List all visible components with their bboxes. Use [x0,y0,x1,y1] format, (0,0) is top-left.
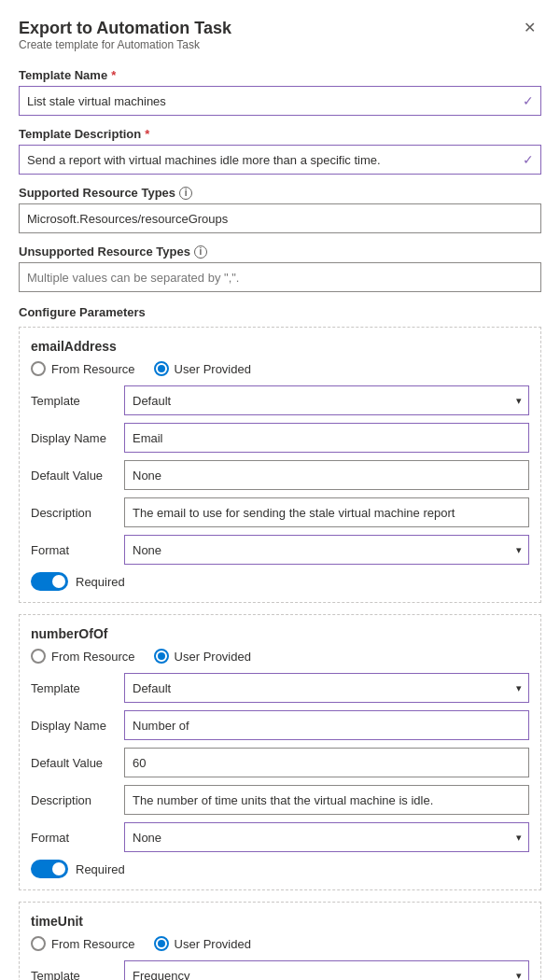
number-radio-user-label: User Provided [175,650,251,664]
number-format-select-wrapper: None ▾ [124,822,529,852]
email-radio-from-resource[interactable]: From Resource [31,361,135,376]
number-defaultvalue-label: Default Value [31,756,124,770]
email-radio-user-provided[interactable]: User Provided [154,361,251,376]
number-description-label: Description [31,793,124,807]
unsupported-resource-group: Unsupported Resource Types i [19,245,541,292]
email-displayname-value [124,423,529,453]
supported-resource-info-icon[interactable]: i [179,187,192,200]
email-defaultvalue-label: Default Value [31,469,124,483]
number-description-value [124,785,529,815]
email-defaultvalue-row: Default Value [31,460,529,490]
number-required-toggle-container: Required [31,860,529,878]
number-displayname-label: Display Name [31,719,124,733]
template-name-group: Template Name * ✓ [19,68,541,116]
email-template-select-wrapper: Default ▾ [124,385,529,415]
number-format-select[interactable]: None [124,822,529,852]
number-defaultvalue-input[interactable] [124,748,529,777]
timeunit-radio-from-label: From Resource [51,937,135,951]
number-description-input[interactable] [124,785,529,815]
supported-resource-label: Supported Resource Types i [19,186,541,200]
timeunit-template-row: Template Frequency ▾ [31,960,529,980]
param-name-number: numberOfOf [31,626,529,641]
param-card-timeunit: timeUnit From Resource User Provided Tem… [19,902,541,980]
configure-section: Configure Parameters emailAddress From R… [19,305,541,980]
timeunit-template-label: Template [31,969,124,981]
number-radio-group: From Resource User Provided [31,649,529,664]
number-format-label: Format [31,831,124,845]
timeunit-radio-user-label: User Provided [175,937,251,951]
unsupported-resource-label: Unsupported Resource Types i [19,245,541,259]
modal-title-group: Export to Automation Task Create templat… [19,19,231,64]
number-required-toggle[interactable] [31,860,68,878]
number-template-select-wrapper: Default ▾ [124,673,529,703]
email-defaultvalue-value [124,460,529,490]
template-desc-wrapper: ✓ [19,145,541,175]
email-description-row: Description [31,497,529,527]
timeunit-radio-from-input[interactable] [31,936,46,951]
email-description-value [124,497,529,527]
email-radio-group: From Resource User Provided [31,361,529,376]
number-displayname-value [124,710,529,740]
param-name-timeunit: timeUnit [31,914,529,929]
template-name-wrapper: ✓ [19,86,541,116]
modal-subtitle: Create template for Automation Task [19,38,231,51]
required-star-desc: * [145,127,149,141]
unsupported-resource-input[interactable] [19,262,541,292]
email-format-select[interactable]: None [124,535,529,565]
param-name-email: emailAddress [31,339,529,354]
param-card-email: emailAddress From Resource User Provided… [19,327,541,603]
timeunit-template-select-wrapper: Frequency ▾ [124,960,529,980]
email-displayname-input[interactable] [124,423,529,453]
email-format-label: Format [31,543,124,557]
supported-resource-input[interactable] [19,203,541,233]
email-required-label: Required [76,575,125,589]
template-desc-input[interactable] [19,145,541,175]
number-description-row: Description [31,785,529,815]
number-radio-from-input[interactable] [31,649,46,664]
number-radio-from-resource[interactable]: From Resource [31,649,135,664]
modal: Export to Automation Task Create templat… [0,0,560,980]
email-required-toggle[interactable] [31,572,68,591]
email-radio-from-input[interactable] [31,361,46,376]
required-star: * [111,68,116,82]
timeunit-template-select[interactable]: Frequency [124,960,529,980]
check-icon-desc: ✓ [523,152,534,167]
email-description-input[interactable] [124,497,529,527]
number-radio-user-provided[interactable]: User Provided [154,649,251,664]
template-desc-group: Template Description * ✓ [19,127,541,175]
template-name-input[interactable] [19,86,541,116]
template-desc-label: Template Description * [19,127,541,141]
modal-header: Export to Automation Task Create templat… [19,19,541,64]
number-displayname-input[interactable] [124,710,529,740]
timeunit-radio-from-resource[interactable]: From Resource [31,936,135,951]
timeunit-radio-group: From Resource User Provided [31,936,529,951]
param-card-number: numberOfOf From Resource User Provided T… [19,614,541,890]
timeunit-radio-user-input[interactable] [154,936,169,951]
number-radio-user-input[interactable] [154,649,169,664]
number-template-label: Template [31,681,124,695]
email-radio-user-input[interactable] [154,361,169,376]
number-displayname-row: Display Name [31,710,529,740]
number-template-select[interactable]: Default [124,673,529,703]
supported-resource-group: Supported Resource Types i [19,186,541,233]
unsupported-resource-info-icon[interactable]: i [194,245,207,259]
timeunit-radio-user-provided[interactable]: User Provided [154,936,251,951]
number-defaultvalue-row: Default Value [31,748,529,777]
email-format-row: Format None ▾ [31,535,529,565]
number-radio-from-label: From Resource [51,650,135,664]
check-icon: ✓ [523,93,534,108]
email-required-toggle-container: Required [31,572,529,591]
email-format-select-wrapper: None ▾ [124,535,529,565]
template-name-label: Template Name * [19,68,541,82]
close-button[interactable]: ✕ [518,19,541,37]
email-template-label: Template [31,394,124,408]
email-radio-user-label: User Provided [175,362,251,376]
email-displayname-label: Display Name [31,431,124,445]
number-format-row: Format None ▾ [31,822,529,852]
configure-title: Configure Parameters [19,305,541,319]
email-template-row: Template Default ▾ [31,385,529,415]
email-template-select[interactable]: Default [124,385,529,415]
email-defaultvalue-input[interactable] [124,460,529,490]
modal-title: Export to Automation Task [19,19,231,38]
number-defaultvalue-value [124,748,529,777]
